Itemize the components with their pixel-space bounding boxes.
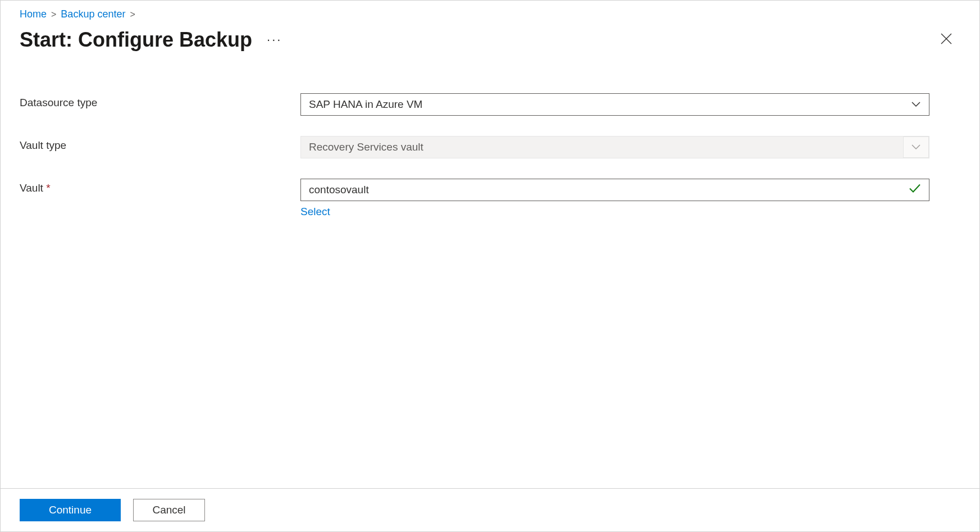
vault-input[interactable] — [309, 184, 921, 196]
continue-button[interactable]: Continue — [20, 499, 121, 521]
close-icon[interactable] — [938, 30, 955, 49]
vault-type-label: Vault type — [20, 136, 300, 152]
vault-type-select: Recovery Services vault — [300, 136, 929, 158]
vault-type-value: Recovery Services vault — [309, 141, 423, 153]
vault-label: Vault * — [20, 179, 300, 194]
page-header: Start: Configure Backup ··· — [1, 24, 979, 62]
datasource-type-select[interactable]: SAP HANA in Azure VM — [300, 93, 929, 116]
datasource-type-value: SAP HANA in Azure VM — [309, 98, 422, 111]
page-title: Start: Configure Backup — [20, 28, 252, 52]
cancel-button[interactable]: Cancel — [133, 499, 205, 521]
vault-select-link[interactable]: Select — [300, 206, 330, 218]
chevron-down-icon — [903, 137, 929, 158]
chevron-down-icon — [903, 94, 929, 115]
vault-input-wrapper — [300, 179, 929, 201]
breadcrumb-backup-center[interactable]: Backup center — [61, 8, 125, 20]
vault-row: Vault * Select — [20, 179, 960, 218]
chevron-right-icon: > — [130, 10, 135, 20]
vault-type-row: Vault type Recovery Services vault — [20, 136, 960, 158]
breadcrumb: Home > Backup center > — [1, 1, 979, 24]
form-area: Datasource type SAP HANA in Azure VM Vau… — [1, 62, 979, 488]
more-actions-icon[interactable]: ··· — [267, 33, 282, 47]
chevron-right-icon: > — [51, 10, 56, 20]
datasource-type-label: Datasource type — [20, 93, 300, 109]
required-asterisk: * — [46, 182, 50, 194]
checkmark-icon — [909, 184, 921, 197]
footer: Continue Cancel — [1, 488, 979, 531]
breadcrumb-home[interactable]: Home — [20, 8, 47, 20]
datasource-type-row: Datasource type SAP HANA in Azure VM — [20, 93, 960, 116]
